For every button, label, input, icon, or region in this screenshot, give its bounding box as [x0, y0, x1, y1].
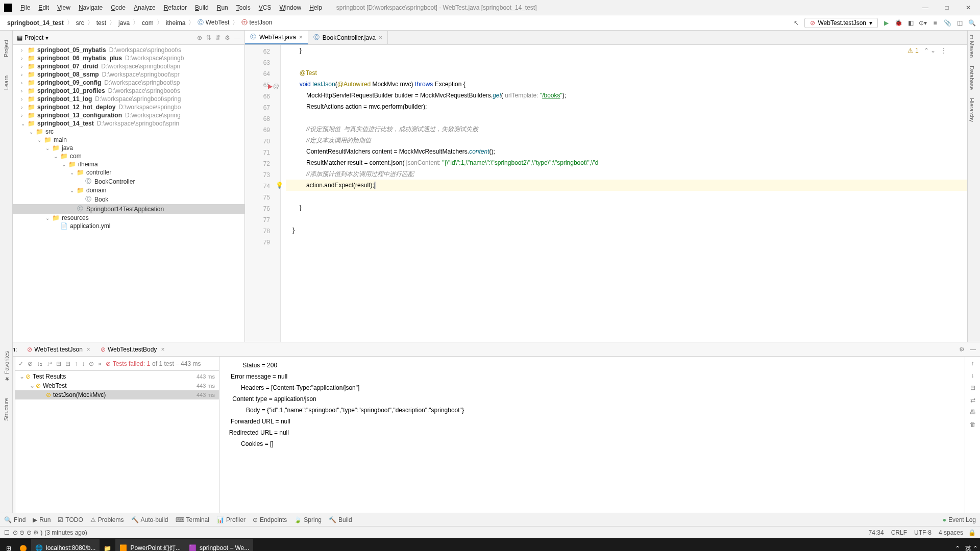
trash-icon[interactable]: 🗑	[970, 421, 976, 428]
hierarchy-tab[interactable]: Hierarchy	[968, 94, 980, 126]
bottom-terminal[interactable]: ⌨Terminal	[176, 516, 209, 523]
menu-code[interactable]: Code	[107, 2, 130, 13]
menu-tools[interactable]: Tools	[232, 2, 255, 13]
tree-item[interactable]: ›📁springboot_09_configD:\workspace\sprin…	[13, 79, 244, 87]
project-tab[interactable]: Project	[2, 36, 10, 61]
collapse-all-icon[interactable]: ⊟	[65, 360, 70, 367]
breadcrumb[interactable]: springboot_14_test〉src〉test〉java〉com〉ith…	[4, 17, 275, 28]
tree-item[interactable]: ›📁springboot_12_hot_deployD:\workspace\s…	[13, 103, 244, 111]
breadcrumb-item[interactable]: com	[139, 18, 157, 28]
console-output[interactable]: Status = 200 Error message = null Header…	[219, 357, 965, 513]
tree-item[interactable]: ›📁springboot_13_configurationD:\workspac…	[13, 111, 244, 119]
bottom-problems[interactable]: ⚠Problems	[90, 516, 124, 523]
tree-item[interactable]: ⒸBookController	[13, 177, 244, 186]
breadcrumb-item[interactable]: springboot_14_test	[4, 18, 67, 28]
system-tray[interactable]: ⌃英 ⌃	[955, 544, 978, 552]
tree-item[interactable]: ⌄📁src	[13, 128, 244, 136]
taskbar-item[interactable]: 📁	[100, 539, 115, 551]
close-tab-icon[interactable]: ×	[379, 34, 382, 41]
menu-edit[interactable]: Edit	[34, 2, 53, 13]
run-tab[interactable]: ⊘WebTest.testBody×	[95, 345, 170, 354]
breadcrumb-item[interactable]: src	[73, 18, 87, 28]
coverage-button[interactable]: ◧	[906, 19, 915, 27]
menu-view[interactable]: View	[53, 2, 75, 13]
locate-icon[interactable]: ⊕	[197, 34, 202, 41]
lock-icon[interactable]: 🔒	[968, 529, 976, 536]
taskbar-item[interactable]: ⊞	[2, 539, 15, 551]
test-row[interactable]: ⌄⊘Test Results443 ms	[15, 372, 219, 381]
run-config-selector[interactable]: ⊘ WebTest.testJson ▾	[804, 18, 878, 28]
export-icon[interactable]: ⊙	[89, 360, 94, 367]
learn-tab[interactable]: Learn	[2, 71, 10, 94]
debug-button[interactable]: 🐞	[894, 19, 902, 27]
tree-item[interactable]: ›📁springboot_10_profilesD:\workspace\spr…	[13, 87, 244, 95]
test-row[interactable]: ⊘testJson(MockMvc)443 ms	[15, 390, 219, 399]
reload-icon[interactable]: ↖	[792, 19, 800, 27]
status-item[interactable]: CRLF	[891, 529, 907, 536]
breadcrumb-item[interactable]: test	[93, 18, 109, 28]
tree-item[interactable]: ⌄📁resources	[13, 214, 244, 222]
taskbar-item[interactable]: 🌐localhost:8080/b...	[31, 539, 100, 551]
editor-body[interactable]: 62636465▶@6667686970717273747576777879 }…	[245, 45, 967, 342]
tree-item[interactable]: ⒸSpringboot14TestApplication	[13, 204, 244, 214]
search-button[interactable]: 🔍	[968, 19, 976, 27]
menu-run[interactable]: Run	[213, 2, 232, 13]
bottom-find[interactable]: 🔍Find	[4, 516, 26, 523]
menu-window[interactable]: Window	[275, 2, 305, 13]
maximize-button[interactable]: □	[939, 3, 954, 13]
taskbar-item[interactable]: 🟠	[15, 539, 31, 551]
status-icon[interactable]: ☐	[4, 529, 10, 536]
expand-all-icon[interactable]: ⊟	[56, 360, 61, 367]
inspection-warning[interactable]: ⚠ 1 ⌃ ⌄ ⋮	[908, 47, 947, 54]
check-icon[interactable]: ✓	[18, 360, 23, 367]
menu-help[interactable]: Help	[305, 2, 326, 13]
status-item[interactable]: UTF-8	[914, 529, 932, 536]
menu-file[interactable]: File	[16, 2, 34, 13]
block-icon[interactable]: ⊘	[28, 360, 33, 367]
test-row[interactable]: ⌄⊘WebTest443 ms	[15, 381, 219, 390]
taskbar-item[interactable]: 🟧PowerPoint 幻灯...	[115, 539, 185, 551]
test-tree[interactable]: ⌄⊘Test Results443 ms⌄⊘WebTest443 ms⊘test…	[15, 371, 219, 513]
favorites-tab[interactable]: ★ Favorites	[2, 347, 11, 386]
tree-item[interactable]: ›📁springboot_05_mybatisD:\workspace\spri…	[13, 46, 244, 54]
tree-item[interactable]: ⌄📁springboot_14_testD:\workspace\springb…	[13, 119, 244, 128]
tree-item[interactable]: 📄application.yml	[13, 222, 244, 230]
status-item[interactable]: 74:34	[869, 529, 884, 536]
settings-icon[interactable]: ⚙	[225, 34, 230, 41]
run-tab[interactable]: ⊘WebTest.testJson×	[22, 345, 95, 354]
run-settings-icon[interactable]: ⚙	[959, 346, 965, 353]
editor-tab[interactable]: ⒸWebTest.java×	[245, 31, 308, 44]
event-log-button[interactable]: ●Event Log	[943, 516, 976, 523]
structure-tab[interactable]: Structure	[2, 394, 10, 425]
prev-icon[interactable]: ↑	[75, 360, 78, 367]
stop-button[interactable]: ■	[931, 19, 939, 27]
tree-item[interactable]: ›📁springboot_06_mybatis_plusD:\workspace…	[13, 54, 244, 62]
project-panel-title[interactable]: ▦Project▾	[17, 34, 48, 41]
tree-item[interactable]: ›📁springboot_11_logD:\workspace\springbo…	[13, 95, 244, 103]
breadcrumb-item[interactable]: java	[115, 18, 133, 28]
menu-analyze[interactable]: Analyze	[130, 2, 160, 13]
tree-item[interactable]: ⌄📁com	[13, 152, 244, 160]
attach-icon[interactable]: 📎	[943, 19, 951, 27]
menu-vcs[interactable]: VCS	[255, 2, 276, 13]
menu-navigate[interactable]: Navigate	[75, 2, 107, 13]
editor-tab[interactable]: ⒸBookController.java×	[308, 31, 388, 44]
bottom-build[interactable]: 🔨Build	[329, 516, 352, 523]
bottom-run[interactable]: ▶Run	[33, 516, 51, 523]
menu-refactor[interactable]: Refactor	[160, 2, 191, 13]
project-tree[interactable]: ›📁springboot_05_mybatisD:\workspace\spri…	[13, 45, 244, 342]
close-tab-icon[interactable]: ×	[299, 34, 303, 41]
tree-item[interactable]: ⌄📁java	[13, 144, 244, 152]
minimize-button[interactable]: —	[918, 3, 933, 13]
bottom-endpoints[interactable]: ⊙Endpoints	[253, 516, 287, 523]
history-icon[interactable]: »	[98, 360, 102, 367]
collapse-icon[interactable]: ⇵	[215, 34, 220, 41]
run-hide-icon[interactable]: —	[970, 346, 976, 353]
wrap-icon[interactable]: ⊟	[970, 384, 975, 391]
close-button[interactable]: ✕	[961, 3, 976, 13]
scroll-icon[interactable]: ⇄	[970, 396, 975, 404]
database-tab[interactable]: Database	[968, 62, 980, 94]
breadcrumb-item[interactable]: ⓜ testJson	[238, 17, 275, 28]
down-icon[interactable]: ↓	[971, 372, 974, 379]
tree-item[interactable]: ⒸBook	[13, 194, 244, 204]
